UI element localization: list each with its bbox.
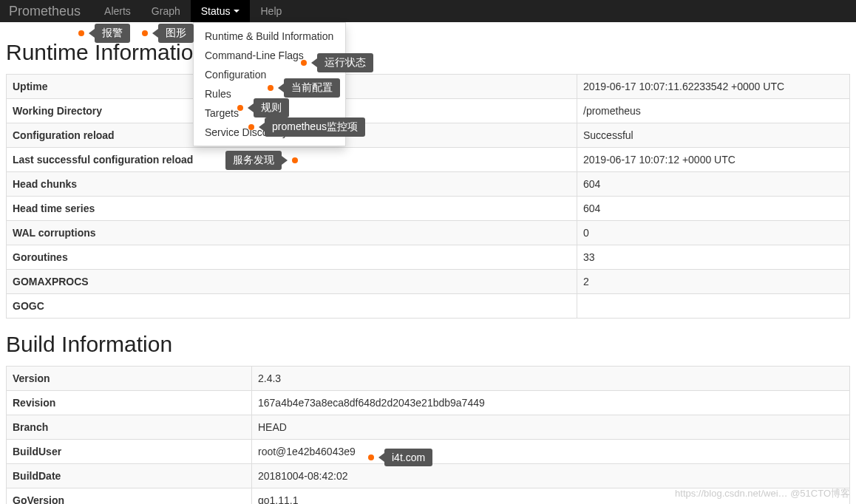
row-value: 2019-06-17 10:07:11.62233542 +0000 UTC bbox=[577, 75, 850, 99]
nav-status[interactable]: Status bbox=[191, 0, 251, 22]
row-value: HEAD bbox=[252, 415, 850, 440]
row-value: 2.4.3 bbox=[252, 367, 850, 391]
table-row: Version2.4.3 bbox=[7, 367, 850, 391]
nav-status-label: Status bbox=[201, 5, 231, 17]
row-label: WAL corruptions bbox=[7, 221, 577, 245]
navbar: Prometheus Alerts Graph Status Help bbox=[0, 0, 856, 22]
brand[interactable]: Prometheus bbox=[9, 4, 81, 19]
row-label: Version bbox=[7, 367, 252, 391]
heading-runtime: Runtime Information bbox=[6, 40, 850, 65]
row-label: Goroutines bbox=[7, 245, 577, 270]
caret-down-icon bbox=[234, 10, 240, 13]
table-row: Last successful configuration reload2019… bbox=[7, 148, 850, 172]
row-label: GOGC bbox=[7, 294, 577, 319]
row-label: BuildDate bbox=[7, 464, 252, 488]
status-dropdown: Runtime & Build Information Command-Line… bbox=[193, 22, 346, 146]
row-value: 20181004-08:42:02 bbox=[252, 464, 850, 488]
nav-help[interactable]: Help bbox=[250, 0, 292, 22]
table-row: Head chunks604 bbox=[7, 172, 850, 197]
row-value: 2019-06-17 10:07:12 +0000 UTC bbox=[577, 148, 850, 172]
runtime-info-table: Uptime2019-06-17 10:07:11.62233542 +0000… bbox=[6, 74, 850, 319]
row-label: Last successful configuration reload bbox=[7, 148, 577, 172]
row-value: 604 bbox=[577, 197, 850, 221]
row-value: 167a4b4e73a8eca8df648d2d2043e21bdb9a7449 bbox=[252, 391, 850, 415]
row-value: 604 bbox=[577, 172, 850, 197]
row-value: Successful bbox=[577, 123, 850, 148]
table-row: Configuration reloadSuccessful bbox=[7, 123, 850, 148]
table-row: WAL corruptions0 bbox=[7, 221, 850, 245]
row-value: 0 bbox=[577, 221, 850, 245]
row-value: root@1e42b46043e9 bbox=[252, 440, 850, 464]
table-row: BranchHEAD bbox=[7, 415, 850, 440]
row-label: Revision bbox=[7, 391, 252, 415]
row-label: Head time series bbox=[7, 197, 577, 221]
row-label: GOMAXPROCS bbox=[7, 270, 577, 294]
dropdown-targets[interactable]: Targets bbox=[194, 103, 345, 123]
row-value bbox=[577, 294, 850, 319]
table-row: GOGC bbox=[7, 294, 850, 319]
table-row: BuildUserroot@1e42b46043e9 bbox=[7, 440, 850, 464]
table-row: GOMAXPROCS2 bbox=[7, 270, 850, 294]
row-label: BuildUser bbox=[7, 440, 252, 464]
content: Runtime Information Uptime2019-06-17 10:… bbox=[0, 22, 856, 504]
table-row: Revision167a4b4e73a8eca8df648d2d2043e21b… bbox=[7, 391, 850, 415]
row-label: Head chunks bbox=[7, 172, 577, 197]
heading-build: Build Information bbox=[6, 332, 850, 357]
row-label: Branch bbox=[7, 415, 252, 440]
dropdown-cmdline[interactable]: Command-Line Flags bbox=[194, 46, 345, 65]
row-value: 2 bbox=[577, 270, 850, 294]
watermark: https://blog.csdn.net/wei… @51CTO博客 bbox=[675, 487, 850, 500]
dropdown-service-discovery[interactable]: Service Discovery bbox=[194, 123, 345, 142]
build-info-table: Version2.4.3 Revision167a4b4e73a8eca8df6… bbox=[6, 366, 850, 504]
table-row: Working Directory/prometheus bbox=[7, 99, 850, 123]
table-row: Head time series604 bbox=[7, 197, 850, 221]
table-row: Uptime2019-06-17 10:07:11.62233542 +0000… bbox=[7, 75, 850, 99]
dropdown-rules[interactable]: Rules bbox=[194, 84, 345, 103]
table-row: Goroutines33 bbox=[7, 245, 850, 270]
row-value: /prometheus bbox=[577, 99, 850, 123]
row-value: 33 bbox=[577, 245, 850, 270]
nav-graph[interactable]: Graph bbox=[141, 0, 191, 22]
dropdown-config[interactable]: Configuration bbox=[194, 65, 345, 84]
table-row: BuildDate20181004-08:42:02 bbox=[7, 464, 850, 488]
row-label: GoVersion bbox=[7, 488, 252, 505]
dropdown-runtime-build[interactable]: Runtime & Build Information bbox=[194, 27, 345, 46]
nav-alerts[interactable]: Alerts bbox=[94, 0, 141, 22]
